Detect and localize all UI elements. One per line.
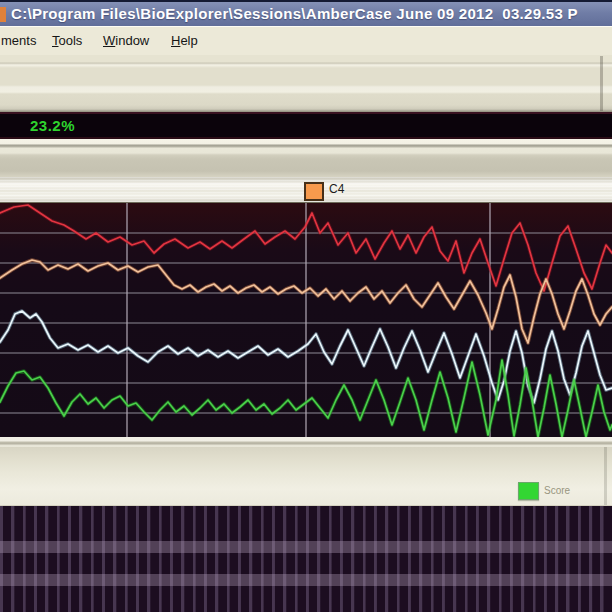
percent-value: 23.2% bbox=[30, 117, 75, 134]
percent-display: 23.2% bbox=[0, 112, 612, 139]
score-label: Score bbox=[544, 485, 570, 496]
title-bar: C:\Program Files\BioExplorer\Sessions\Am… bbox=[0, 2, 612, 26]
spectral-display bbox=[0, 505, 612, 612]
menu-item-window[interactable]: Window bbox=[103, 33, 149, 48]
instrument-header: C4 bbox=[0, 177, 612, 203]
window-right-seam-lower bbox=[604, 447, 607, 505]
trend-chart bbox=[0, 203, 612, 437]
window-right-seam bbox=[600, 56, 603, 111]
channel-c4-swatch bbox=[304, 182, 324, 201]
app-icon[interactable] bbox=[0, 7, 6, 22]
score-indicator bbox=[518, 482, 539, 500]
window-title: C:\Program Files\BioExplorer\Sessions\Am… bbox=[11, 5, 578, 22]
panel-divider bbox=[0, 139, 612, 177]
channel-c4-label: C4 bbox=[329, 182, 344, 196]
lower-panel: Score bbox=[0, 447, 612, 505]
spectral-highlight-row bbox=[0, 541, 612, 553]
trend-chart-svg bbox=[0, 203, 612, 437]
spectral-highlight-row bbox=[0, 574, 612, 586]
menu-item-ments[interactable]: ments bbox=[1, 33, 36, 48]
chart-bottom-edge bbox=[0, 437, 612, 447]
menu-item-tools[interactable]: Tools bbox=[52, 33, 82, 48]
menu-item-help[interactable]: Help bbox=[171, 33, 198, 48]
bioexplorer-window: C:\Program Files\BioExplorer\Sessions\Am… bbox=[0, 0, 612, 612]
toolbar bbox=[0, 55, 612, 112]
menu-bar: mentsToolsWindowHelp bbox=[0, 26, 612, 56]
